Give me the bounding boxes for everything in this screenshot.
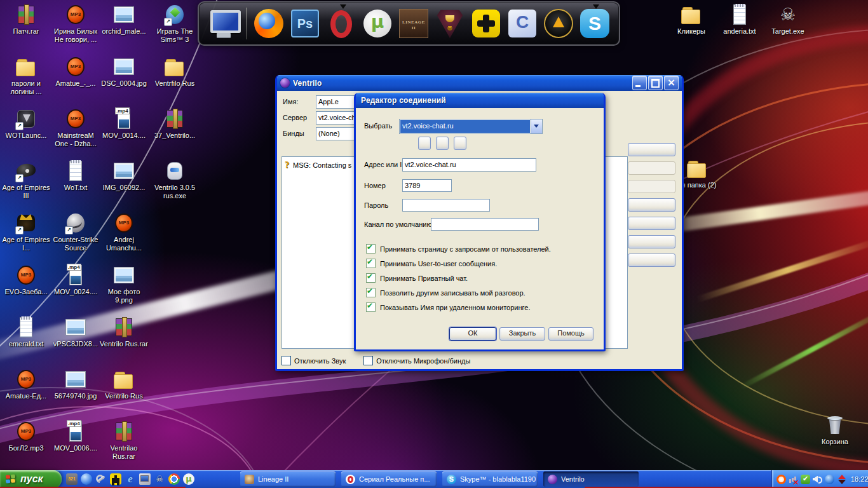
address-input[interactable]: vt2.voice-chat.ru bbox=[402, 158, 536, 172]
dock-app-icon[interactable] bbox=[252, 7, 285, 40]
taskbar-task-button[interactable]: Skype™ - blablabla1190 bbox=[442, 471, 538, 487]
dock-app-icon[interactable] bbox=[542, 7, 575, 40]
side-button[interactable] bbox=[628, 143, 675, 156]
desktop-icon[interactable]: ↗ Amatue-Ед... bbox=[1, 369, 51, 421]
chevron-down-icon[interactable] bbox=[531, 119, 542, 133]
dialog-button[interactable] bbox=[454, 137, 466, 150]
desktop-icon[interactable]: ↗ Counter-Strike Source bbox=[51, 212, 100, 264]
quick-launch-icon[interactable] bbox=[183, 473, 194, 485]
desktop-icon[interactable]: ↗ MOV_0006.... bbox=[51, 421, 100, 473]
desktop-icon[interactable]: ↗ Ventrilao Rus.rar bbox=[99, 421, 149, 473]
my-computer-icon[interactable] bbox=[208, 10, 241, 37]
desktop-icon[interactable]: ↗ EVO-Заеба... bbox=[1, 264, 51, 316]
desktop-icon[interactable]: ↗ MOV_0014.... bbox=[99, 108, 149, 160]
taskbar-task-button[interactable]: Lineage II bbox=[240, 471, 336, 487]
desktop-icon[interactable]: ↗ Мое фото 9.png bbox=[99, 264, 149, 316]
desktop-icon[interactable]: Target.exe bbox=[764, 4, 812, 56]
dialog-button[interactable] bbox=[436, 137, 449, 150]
dock-app-icon[interactable] bbox=[288, 7, 322, 40]
port-input[interactable]: 3789 bbox=[402, 179, 452, 192]
desktop-icon[interactable]: anderia.txt bbox=[715, 4, 764, 56]
default-channel-input[interactable] bbox=[431, 218, 539, 231]
desktop-icon[interactable]: ↗ vPSC8JDX8... bbox=[51, 316, 100, 369]
desktop-icon[interactable]: ↗ WoT.txt bbox=[51, 160, 100, 212]
desktop-icon[interactable]: ↗ БогЛ2.mp3 bbox=[1, 421, 51, 473]
dialog-checkbox[interactable]: Позволить другим записывать мой разговор… bbox=[366, 288, 551, 297]
desktop-icon[interactable]: ↗ Age of Empires III bbox=[1, 160, 51, 212]
dock-app-icon[interactable] bbox=[361, 7, 394, 40]
desktop-icon[interactable]: ↗ MainstreaM One - Dzha... bbox=[51, 108, 100, 160]
desktop-icon[interactable]: Кликеры bbox=[667, 4, 715, 56]
start-button[interactable]: пуск bbox=[0, 470, 62, 488]
desktop-icon[interactable]: ↗ Ирина Билык Не говори, ... bbox=[51, 4, 100, 56]
dialog-button[interactable] bbox=[418, 137, 431, 150]
desktop-icon[interactable]: ↗ Ventrfilo Rus bbox=[150, 56, 200, 108]
desktop-icon[interactable]: ↗ 37_Ventrilo... bbox=[150, 108, 200, 160]
quick-launch-icon[interactable] bbox=[139, 473, 151, 485]
quick-launch-icon[interactable] bbox=[125, 473, 136, 485]
file-icon: ↗ bbox=[15, 369, 37, 390]
desktop-icon[interactable]: ↗ Ventrilo Rus bbox=[99, 369, 149, 421]
side-button[interactable] bbox=[628, 254, 675, 267]
desktop-icon[interactable]: ↗ Age of Empires I... bbox=[1, 212, 51, 264]
desktop-icon[interactable]: ↗ 56749740.jpg bbox=[51, 369, 100, 421]
dock-app-icon[interactable] bbox=[506, 7, 539, 40]
quick-launch-icon[interactable] bbox=[168, 473, 180, 485]
close-button[interactable] bbox=[664, 76, 679, 90]
window-titlebar[interactable]: Ventrilo bbox=[277, 75, 682, 91]
quick-launch-icon[interactable] bbox=[154, 473, 165, 485]
password-input[interactable] bbox=[402, 199, 490, 212]
desktop-icon[interactable]: ↗ WOTLaunc... bbox=[1, 108, 51, 160]
taskbar-task-button[interactable]: Ventrilo bbox=[543, 471, 639, 487]
desktop-icon[interactable]: ↗ IMG_06092... bbox=[99, 160, 149, 212]
dock-app-icon[interactable] bbox=[578, 7, 611, 40]
desktop-icon[interactable]: ↗ Ventrilo Rus.rar bbox=[99, 316, 149, 369]
tray-icon[interactable] bbox=[789, 475, 798, 484]
dock-app-icon[interactable] bbox=[433, 7, 466, 40]
ok-button[interactable]: ОК bbox=[449, 327, 496, 341]
desktop-icon[interactable]: ↗ Andrej Umanchu... bbox=[99, 212, 149, 264]
desktop-icon[interactable]: ↗ emerald.txt bbox=[1, 316, 51, 369]
quick-launch-icon[interactable] bbox=[66, 473, 78, 485]
desktop-icon-recycle-bin[interactable]: Корзина bbox=[811, 414, 859, 466]
checkbox-box bbox=[366, 244, 376, 254]
dialog-checkbox[interactable]: Принимать страницу с запросами от пользо… bbox=[366, 244, 551, 254]
taskbar-task-button[interactable]: Сериал Реальные п... bbox=[341, 471, 437, 487]
desktop-icon[interactable]: ↗ пароли и логины ... bbox=[1, 56, 51, 108]
footer-checkbox[interactable]: Отключить Микрофон/бинды bbox=[363, 356, 470, 365]
quick-launch-icon[interactable] bbox=[81, 473, 92, 485]
dialog-titlebar[interactable]: Редактор соединений bbox=[356, 93, 604, 108]
desktop-icon[interactable]: ↗ MOV_0024.... bbox=[51, 264, 100, 316]
dock-app-icon[interactable] bbox=[325, 7, 358, 40]
desktop-icon[interactable]: ↗ Играть The Sims™ 3 bbox=[150, 4, 200, 56]
tray-icon[interactable] bbox=[776, 475, 786, 484]
dialog-checkbox[interactable]: Показывать Имя при удаленном мониторинге… bbox=[366, 302, 551, 312]
desktop-icon[interactable]: ↗ Патч.rar bbox=[1, 4, 51, 56]
desktop-icon[interactable]: ↗ DSC_0004.jpg bbox=[99, 56, 149, 108]
side-button[interactable] bbox=[628, 198, 675, 212]
tray-icon[interactable] bbox=[837, 475, 846, 484]
tray-icon[interactable] bbox=[813, 475, 822, 484]
close-dialog-button[interactable]: Закрыть bbox=[499, 327, 545, 341]
quick-launch-icon[interactable] bbox=[95, 473, 107, 485]
desktop-icon[interactable]: ↗ orchid_male... bbox=[99, 4, 149, 56]
tray-icon[interactable] bbox=[801, 475, 810, 484]
quick-launch-icon[interactable] bbox=[110, 473, 121, 485]
server-select-combobox[interactable]: vt2.voice-chat.ru bbox=[399, 119, 543, 134]
desktop-icon[interactable]: ↗ Amatue_-_... bbox=[51, 56, 100, 108]
side-button[interactable] bbox=[628, 235, 675, 248]
minimize-button[interactable] bbox=[632, 76, 647, 90]
side-button[interactable] bbox=[628, 161, 675, 175]
tray-icon[interactable] bbox=[825, 475, 834, 484]
clock[interactable]: 18:22 bbox=[851, 475, 868, 483]
side-button[interactable] bbox=[628, 180, 675, 193]
help-button[interactable]: Помощь bbox=[548, 327, 593, 341]
dialog-checkbox[interactable]: Принимать User-to-user сообщения. bbox=[366, 259, 551, 268]
footer-checkbox[interactable]: Отключить Звук bbox=[281, 356, 346, 365]
desktop-icon[interactable]: ↗ Ventrilo 3.0.5 rus.exe bbox=[150, 160, 200, 212]
maximize-button[interactable] bbox=[648, 76, 663, 90]
dock-app-icon[interactable] bbox=[470, 7, 503, 40]
dialog-checkbox[interactable]: Принимать Приватный чат. bbox=[366, 273, 551, 283]
dock-app-icon[interactable] bbox=[397, 7, 430, 40]
side-button[interactable] bbox=[628, 217, 675, 230]
